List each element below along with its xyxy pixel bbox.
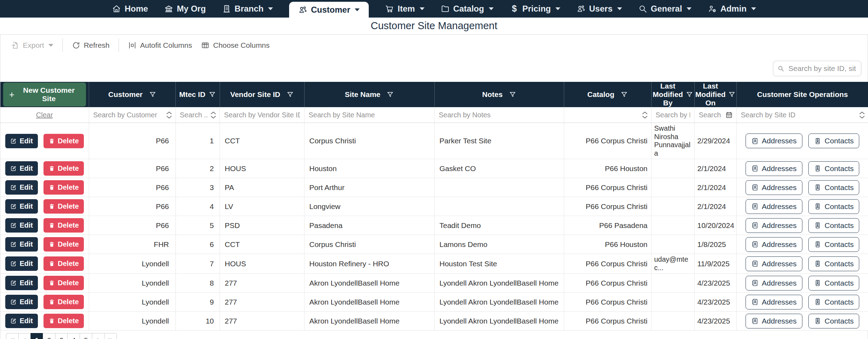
nav-item-admin[interactable]: Admin	[708, 0, 756, 18]
edit-button[interactable]: Edit	[5, 218, 38, 233]
edit-button[interactable]: Edit	[5, 161, 38, 176]
contacts-button[interactable]: Contacts	[808, 218, 859, 233]
sort-control[interactable]	[166, 111, 172, 119]
filter-funnel-icon[interactable]	[387, 91, 394, 98]
page-button-5[interactable]: 5	[80, 333, 92, 339]
refresh-button[interactable]: Refresh	[72, 41, 110, 50]
delete-label: Delete	[58, 298, 79, 306]
nav-item-branch[interactable]: Branch	[222, 0, 273, 18]
autofit-columns-button[interactable]: Autofit Columns	[128, 41, 192, 50]
addresses-button[interactable]: Addresses	[746, 161, 802, 176]
delete-button[interactable]: Delete	[44, 199, 84, 214]
sort-control[interactable]	[211, 111, 216, 119]
last-page-button[interactable]: »	[104, 333, 117, 339]
contacts-button[interactable]: Contacts	[808, 161, 859, 176]
site-name-cell: Corpus Christi	[304, 235, 434, 254]
page-button-2[interactable]: 2	[43, 333, 55, 339]
addresses-button[interactable]: Addresses	[746, 314, 802, 328]
delete-button[interactable]: Delete	[44, 237, 84, 252]
delete-button[interactable]: Delete	[44, 276, 84, 290]
edit-button[interactable]: Edit	[5, 295, 38, 309]
filter-funnel-icon[interactable]	[209, 91, 216, 98]
contacts-button[interactable]: Contacts	[808, 133, 859, 148]
addresses-button[interactable]: Addresses	[746, 218, 802, 233]
filter-site-id-input[interactable]	[740, 111, 857, 119]
contacts-button[interactable]: Contacts	[808, 256, 859, 271]
catalog-cell: P66 Houston	[564, 235, 651, 254]
delete-button[interactable]: Delete	[44, 180, 84, 195]
delete-button[interactable]: Delete	[44, 161, 84, 176]
first-page-button[interactable]: «	[6, 333, 19, 339]
nav-item-my-org[interactable]: My Org	[164, 0, 206, 18]
nav-item-users[interactable]: Users	[576, 0, 622, 18]
delete-button[interactable]: Delete	[44, 134, 84, 148]
catalog-cell: P66 Corpus Christi	[564, 123, 651, 159]
site-search-input[interactable]	[788, 64, 857, 73]
next-page-button[interactable]: ›	[92, 333, 105, 339]
contacts-button[interactable]: Contacts	[808, 237, 859, 252]
edit-button[interactable]: Edit	[5, 134, 38, 148]
svg-text:$: $	[512, 4, 517, 13]
edit-button[interactable]: Edit	[5, 276, 38, 290]
edit-button[interactable]: Edit	[5, 256, 38, 271]
addresses-button[interactable]: Addresses	[746, 295, 802, 309]
nav-item-home[interactable]: Home	[112, 0, 148, 18]
filter-catalog-input[interactable]	[568, 111, 640, 119]
export-button[interactable]: Export	[11, 41, 53, 50]
filter-notes-input[interactable]	[438, 111, 560, 119]
delete-button[interactable]: Delete	[44, 295, 84, 309]
new-customer-site-button[interactable]: + New Customer Site	[3, 83, 86, 106]
filter-funnel-icon[interactable]	[287, 91, 294, 98]
page-button-3[interactable]: 3	[55, 333, 68, 339]
nav-item-customer[interactable]: Customer	[289, 2, 369, 18]
contact-card-icon	[814, 165, 821, 172]
sort-control[interactable]	[642, 111, 648, 119]
last-modified-on-cell: 1/8/2025	[694, 235, 736, 254]
contacts-button[interactable]: Contacts	[808, 199, 859, 214]
filter-funnel-icon[interactable]	[686, 91, 693, 98]
nav-item-general[interactable]: General	[638, 0, 692, 18]
edit-pencil-icon	[10, 138, 17, 144]
addresses-button[interactable]: Addresses	[746, 256, 802, 271]
sort-control[interactable]	[859, 111, 865, 119]
page-button-1[interactable]: 1	[31, 333, 43, 339]
filter-vendor-site-id-input[interactable]	[223, 111, 301, 119]
filter-funnel-icon[interactable]	[728, 91, 735, 98]
vendor-site-id-cell: HOUS	[220, 159, 304, 178]
contacts-button[interactable]: Contacts	[808, 180, 859, 195]
table-row: Edit Delete Lyondell 7 HOUS Houston Refi…	[0, 254, 868, 274]
addresses-button[interactable]: Addresses	[746, 133, 802, 148]
edit-button[interactable]: Edit	[5, 237, 38, 252]
contacts-button[interactable]: Contacts	[808, 295, 859, 309]
filter-mtec-id-input[interactable]	[179, 111, 208, 119]
filter-last-modified-on-input[interactable]	[698, 111, 723, 119]
edit-button[interactable]: Edit	[5, 314, 38, 328]
page-button-4[interactable]: 4	[67, 333, 80, 339]
delete-button[interactable]: Delete	[44, 256, 84, 271]
filter-customer-input[interactable]	[93, 111, 164, 119]
addresses-button[interactable]: Addresses	[746, 180, 802, 195]
contacts-button[interactable]: Contacts	[808, 276, 859, 291]
clear-filters-link[interactable]: Clear	[36, 111, 53, 119]
calendar-icon[interactable]	[725, 111, 733, 119]
contacts-button[interactable]: Contacts	[808, 314, 859, 328]
delete-button[interactable]: Delete	[44, 218, 84, 233]
choose-columns-button[interactable]: Choose Columns	[201, 41, 269, 50]
filter-funnel-icon[interactable]	[149, 91, 156, 98]
filter-last-modified-by-input[interactable]	[655, 111, 691, 119]
filter-funnel-icon[interactable]	[621, 91, 628, 98]
addresses-button[interactable]: Addresses	[746, 199, 802, 214]
previous-page-button[interactable]: ‹	[18, 333, 31, 339]
nav-item-catalog[interactable]: Catalog	[441, 0, 494, 18]
filter-site-name-input[interactable]	[308, 111, 431, 119]
edit-button[interactable]: Edit	[5, 180, 38, 195]
addresses-button[interactable]: Addresses	[746, 237, 802, 252]
nav-item-item[interactable]: Item	[385, 0, 424, 18]
catalog-cell: P66 Corpus Christi	[564, 254, 651, 274]
addresses-button[interactable]: Addresses	[746, 276, 802, 291]
filter-funnel-icon[interactable]	[509, 91, 516, 98]
chevron-down-icon	[859, 116, 865, 119]
nav-item-pricing[interactable]: $ Pricing	[510, 0, 560, 18]
delete-button[interactable]: Delete	[44, 314, 84, 328]
edit-button[interactable]: Edit	[5, 199, 38, 214]
